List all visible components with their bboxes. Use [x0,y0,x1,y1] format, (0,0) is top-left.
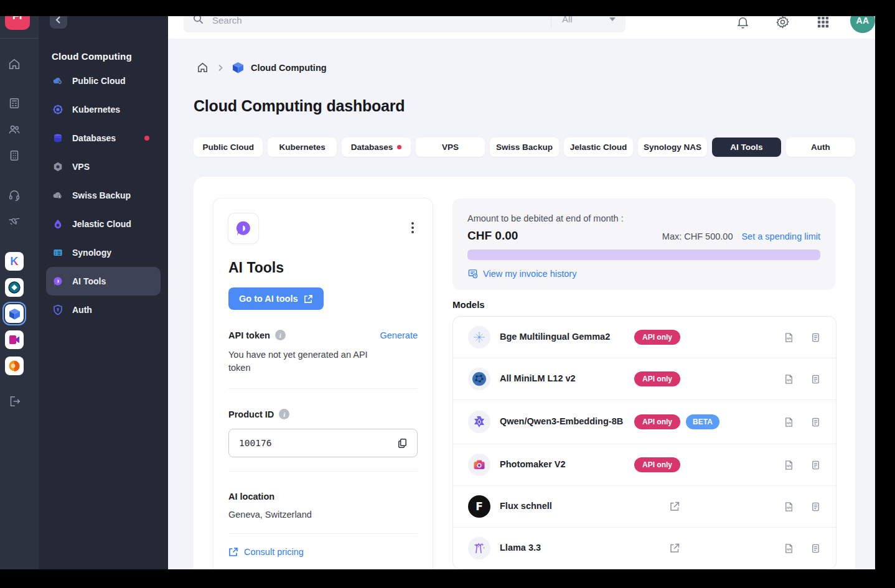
letterbox-bottom [0,569,895,588]
consult-pricing-row[interactable]: Consult pricing [228,547,418,557]
divider [228,388,418,389]
generate-token-link[interactable]: Generate [380,330,418,340]
sidebar-item-public-cloud[interactable]: Public Cloud [46,67,161,95]
tab-public-cloud[interactable]: Public Cloud [194,138,263,157]
app-tile-ksuite[interactable] [5,357,24,375]
text-doc-icon[interactable] [810,543,821,554]
app-tile-cloud-selected[interactable] [5,304,24,323]
external-link-icon[interactable] [669,543,680,554]
api-only-badge: API only [634,414,680,429]
letterbox-top [0,0,895,16]
model-row-minilm[interactable]: All MiniLM L12 v2 API only [453,358,836,399]
tab-ai-tools[interactable]: AI Tools [712,138,781,157]
tab-databases[interactable]: Databases [342,138,411,157]
support-icon[interactable] [7,189,21,202]
model-row-qwen[interactable]: Qwen/Qwen3-Embedding-8B API only BETA [453,399,836,444]
tab-kubernetes[interactable]: Kubernetes [268,138,337,157]
billing-icon[interactable] [7,96,21,110]
model-name: Photomaker V2 [500,458,634,471]
sidebar-item-ai-tools[interactable]: AI Tools [46,267,161,296]
settings-gear-icon[interactable] [776,15,790,29]
info-icon[interactable]: i [279,409,289,419]
users-icon[interactable] [7,123,21,136]
model-name: Llama 3.3 [500,541,634,554]
caret-down-icon[interactable] [609,17,616,21]
app-tile-kchat[interactable] [5,278,24,297]
sidebar-item-vps[interactable]: VPS [46,152,161,181]
sidebar-menu: Public Cloud Kubernetes Databases VPS Sw… [39,67,168,324]
models-list: Bge Multilingual Gemma2 API only All Min… [452,316,836,569]
sidebar-item-auth[interactable]: Auth [46,296,161,324]
partner-icon[interactable] [7,215,21,228]
letterbox-right [875,0,895,588]
sidebar-item-synology[interactable]: Synology [46,238,161,267]
tab-synology-nas[interactable]: Synology NAS [638,138,707,157]
breadcrumb-home-icon[interactable] [197,62,209,73]
apps-grid-icon[interactable] [816,15,830,29]
external-link-icon[interactable] [669,501,680,512]
app-window: FI K Cloud Computing Publ [0,0,895,588]
text-doc-icon[interactable] [810,502,821,512]
text-doc-icon[interactable] [810,460,821,470]
info-icon[interactable]: i [275,330,286,340]
model-avatar [468,454,490,476]
logout-icon[interactable] [7,394,21,408]
api-doc-icon[interactable] [784,543,794,554]
public-cloud-icon [52,75,63,86]
copy-icon[interactable] [396,437,408,449]
tab-label: Synology NAS [644,142,701,152]
divider [228,471,418,472]
product-id-value[interactable] [238,437,377,449]
model-avatar [468,537,490,559]
vps-icon [52,161,63,172]
sidebar-item-label: Public Cloud [72,76,126,86]
app-tile-kmeet[interactable] [5,330,24,349]
tab-label: Auth [811,142,830,152]
model-avatar [468,368,490,390]
view-invoice-history-link[interactable]: View my invoice history [483,269,576,279]
model-icon-photomaker [472,458,486,472]
sidebar-item-jelastic-cloud[interactable]: Jelastic Cloud [46,210,161,238]
organization-icon[interactable] [7,149,21,162]
sidebar-item-swiss-backup[interactable]: Swiss Backup [46,181,161,210]
sidebar-item-kubernetes[interactable]: Kubernetes [46,95,161,124]
databases-alert-dot [397,145,401,149]
tab-swiss-backup[interactable]: Swiss Backup [490,138,559,157]
api-doc-icon[interactable] [784,460,794,470]
set-spending-limit-link[interactable]: Set a spending limit [741,231,820,241]
tab-jelastic-cloud[interactable]: Jelastic Cloud [564,138,633,157]
external-link-icon [304,294,313,304]
ai-tools-logo-icon [234,219,253,238]
text-doc-icon[interactable] [810,417,821,427]
ksuite-icon [8,360,21,372]
tab-label: Swiss Backup [496,142,553,152]
sidebar: Cloud Computing Public Cloud Kubernetes … [39,0,168,588]
model-row-llama[interactable]: Llama 3.3 [453,527,836,569]
model-row-flux[interactable]: F Flux schnell [453,485,836,527]
tab-vps[interactable]: VPS [416,138,485,157]
sidebar-item-label: Auth [72,305,92,315]
api-doc-icon[interactable] [784,502,794,512]
breadcrumb-section[interactable]: Cloud Computing [251,63,327,73]
sidebar-item-label: Jelastic Cloud [72,219,131,229]
divider [228,533,418,534]
notifications-bell-icon[interactable] [736,15,750,29]
text-doc-icon[interactable] [810,374,821,385]
api-only-badge: API only [634,371,680,386]
api-doc-icon[interactable] [784,417,794,427]
model-name: Qwen/Qwen3-Embedding-8B [500,415,634,428]
invoice-history-row[interactable]: View my invoice history [467,268,820,279]
text-doc-icon[interactable] [810,332,821,343]
model-row-photomaker[interactable]: Photomaker V2 API only [453,444,836,485]
go-to-ai-tools-button[interactable]: Go to AI tools [228,287,324,310]
home-icon[interactable] [7,57,21,71]
api-doc-icon[interactable] [784,332,794,343]
consult-pricing-link[interactable]: Consult pricing [244,547,304,557]
api-doc-icon[interactable] [784,374,794,385]
tab-auth[interactable]: Auth [786,138,855,157]
card-menu-kebab-icon[interactable] [408,218,418,237]
model-row-bge[interactable]: Bge Multilingual Gemma2 API only [453,317,836,358]
sidebar-item-databases[interactable]: Databases [46,124,161,152]
app-tile-kdrive[interactable]: K [5,252,24,271]
sidebar-item-label: AI Tools [72,276,106,286]
